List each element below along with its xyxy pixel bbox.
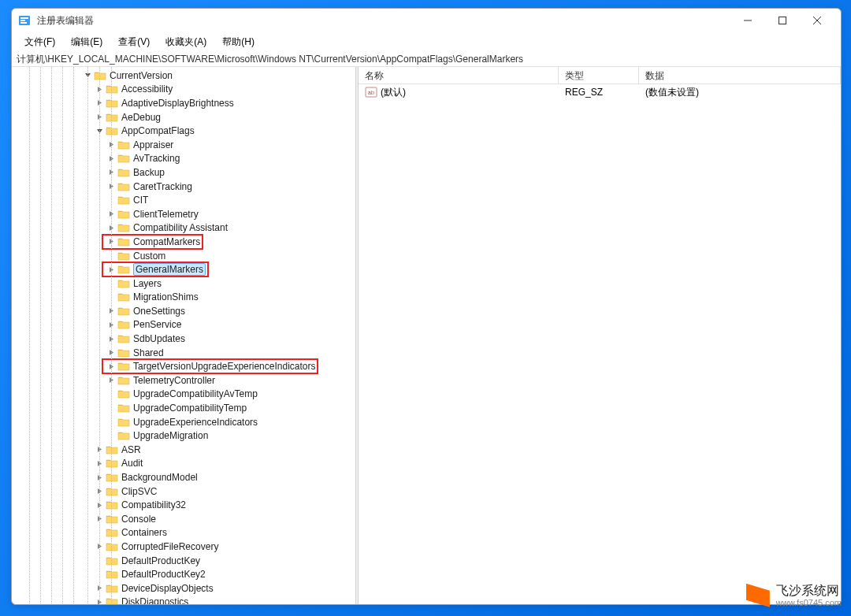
value-row[interactable]: ab(默认)REG_SZ(数值未设置) xyxy=(359,84,841,100)
tree-item-CompatMarkers[interactable]: CompatMarkers xyxy=(12,235,355,249)
main-area: CurrentVersionAccessibilityAdaptiveDispl… xyxy=(12,67,841,604)
expander-icon[interactable] xyxy=(106,210,116,219)
expander-icon[interactable] xyxy=(95,597,104,604)
values-pane[interactable]: 名称 类型 数据 ab(默认)REG_SZ(数值未设置) xyxy=(359,67,841,604)
tree-item-label: UpgradeMigration xyxy=(133,430,208,441)
expander-icon[interactable] xyxy=(95,542,104,551)
expander-icon[interactable] xyxy=(95,458,104,468)
tree-item-Compatibility-Assistant[interactable]: Compatibility Assistant xyxy=(12,221,355,236)
folder-icon xyxy=(117,430,130,441)
tree-item-Accessibility[interactable]: Accessibility xyxy=(12,83,355,97)
tree-item-TelemetryController[interactable]: TelemetryController xyxy=(12,373,355,388)
expander-icon[interactable] xyxy=(95,98,104,108)
expander-icon[interactable] xyxy=(95,473,104,482)
tree-pane[interactable]: CurrentVersionAccessibilityAdaptiveDispl… xyxy=(12,67,355,604)
expander-icon[interactable] xyxy=(95,126,104,135)
tree-item-ClipSVC[interactable]: ClipSVC xyxy=(12,484,355,499)
menu-favorites[interactable]: 收藏夹(A) xyxy=(158,33,214,51)
tree-item-Compatibility32[interactable]: Compatibility32 xyxy=(12,498,355,512)
expander-icon[interactable] xyxy=(106,182,116,191)
menu-edit[interactable]: 编辑(E) xyxy=(63,33,110,51)
tree-item-Appraiser[interactable]: Appraiser xyxy=(12,138,355,152)
tree-item-Audit[interactable]: Audit xyxy=(12,457,355,471)
expander-icon[interactable] xyxy=(106,348,116,358)
tree-item-AppCompatFlags[interactable]: AppCompatFlags xyxy=(12,124,355,138)
expander-icon[interactable] xyxy=(106,320,116,329)
folder-icon xyxy=(117,333,130,344)
svg-text:ab: ab xyxy=(368,90,374,95)
tree-item-BackgroundModel[interactable]: BackgroundModel xyxy=(12,470,355,484)
titlebar[interactable]: 注册表编辑器 xyxy=(12,9,841,32)
values-header: 名称 类型 数据 xyxy=(359,67,841,84)
folder-icon xyxy=(106,583,118,594)
tree-item-GeneralMarkers[interactable]: GeneralMarkers xyxy=(12,262,355,276)
expander-icon[interactable] xyxy=(95,584,104,593)
tree-item-DeviceDisplayObjects[interactable]: DeviceDisplayObjects xyxy=(12,581,355,596)
tree-item-PenService[interactable]: PenService xyxy=(12,318,355,332)
expander-icon[interactable] xyxy=(95,514,104,524)
tree-item-label: Shared xyxy=(133,347,164,358)
tree-item-CIT[interactable]: CIT xyxy=(12,193,355,207)
menu-view[interactable]: 查看(V) xyxy=(110,33,158,51)
tree-item-CurrentVersion[interactable]: CurrentVersion xyxy=(12,69,355,83)
col-header-data[interactable]: 数据 xyxy=(639,67,841,83)
tree-item-AvTracking[interactable]: AvTracking xyxy=(12,152,355,166)
tree-item-AdaptiveDisplayBrightness[interactable]: AdaptiveDisplayBrightness xyxy=(12,96,355,110)
folder-icon xyxy=(117,264,130,275)
tree-item-UpgradeExperienceIndicators[interactable]: UpgradeExperienceIndicators xyxy=(12,415,355,429)
tree-item-Containers[interactable]: Containers xyxy=(12,526,355,540)
tree-item-DefaultProductKey2[interactable]: DefaultProductKey2 xyxy=(12,567,355,581)
expander-icon[interactable] xyxy=(95,500,104,510)
tree-item-Layers[interactable]: Layers xyxy=(12,276,355,291)
tree-item-Shared[interactable]: Shared xyxy=(12,346,355,360)
tree-item-SdbUpdates[interactable]: SdbUpdates xyxy=(12,332,355,346)
minimize-button[interactable] xyxy=(730,9,765,32)
expander-icon[interactable] xyxy=(106,154,116,163)
tree-item-label: DefaultProductKey xyxy=(121,555,200,566)
folder-icon xyxy=(106,541,118,552)
expander-icon[interactable] xyxy=(106,362,116,371)
tree-item-label: ASR xyxy=(121,444,141,455)
tree-item-MigrationShims[interactable]: MigrationShims xyxy=(12,291,355,305)
expander-icon[interactable] xyxy=(106,168,116,177)
tree-item-CorruptedFileRecovery[interactable]: CorruptedFileRecovery xyxy=(12,540,355,554)
tree-item-DefaultProductKey[interactable]: DefaultProductKey xyxy=(12,554,355,568)
expander-icon[interactable] xyxy=(83,71,92,80)
tree-item-UpgradeCompatibilityTemp[interactable]: UpgradeCompatibilityTemp xyxy=(12,401,355,415)
expander-icon[interactable] xyxy=(106,140,116,150)
expander-icon[interactable] xyxy=(95,84,104,94)
address-bar[interactable]: 计算机\HKEY_LOCAL_MACHINE\SOFTWARE\Microsof… xyxy=(12,51,841,67)
col-header-name[interactable]: 名称 xyxy=(359,67,559,83)
tree-item-OneSettings[interactable]: OneSettings xyxy=(12,304,355,318)
menu-file[interactable]: 文件(F) xyxy=(17,33,63,51)
col-header-type[interactable]: 类型 xyxy=(559,67,639,83)
tree-item-label: DeviceDisplayObjects xyxy=(121,583,214,594)
tree-item-AeDebug[interactable]: AeDebug xyxy=(12,110,355,124)
expander-icon[interactable] xyxy=(95,113,104,122)
tree-item-UpgradeCompatibilityAvTemp[interactable]: UpgradeCompatibilityAvTemp xyxy=(12,388,355,402)
tree-item-Console[interactable]: Console xyxy=(12,512,355,526)
menu-help[interactable]: 帮助(H) xyxy=(214,33,262,51)
tree-item-UpgradeMigration[interactable]: UpgradeMigration xyxy=(12,429,355,443)
tree-item-Custom[interactable]: Custom xyxy=(12,249,355,263)
expander-icon[interactable] xyxy=(106,376,116,385)
expander-icon[interactable] xyxy=(106,306,116,316)
svg-rect-1 xyxy=(20,17,28,19)
tree-item-ClientTelemetry[interactable]: ClientTelemetry xyxy=(12,207,355,221)
maximize-button[interactable] xyxy=(765,9,800,32)
tree-item-Backup[interactable]: Backup xyxy=(12,165,355,180)
expander-icon[interactable] xyxy=(106,237,116,247)
expander-icon[interactable] xyxy=(106,223,116,232)
tree-item-CaretTracking[interactable]: CaretTracking xyxy=(12,180,355,194)
expander-icon[interactable] xyxy=(106,334,116,343)
watermark-logo-icon xyxy=(746,584,770,607)
close-button[interactable] xyxy=(800,9,834,32)
expander-icon[interactable] xyxy=(95,445,104,455)
expander-icon[interactable] xyxy=(95,487,104,496)
tree-item-TargetVersionUpgradeExperienceIndicators[interactable]: TargetVersionUpgradeExperienceIndicators xyxy=(12,359,355,373)
folder-icon xyxy=(117,236,130,247)
tree-item-ASR[interactable]: ASR xyxy=(12,443,355,457)
tree-item-DiskDiagnostics[interactable]: DiskDiagnostics xyxy=(12,596,355,604)
expander-icon[interactable] xyxy=(106,265,116,274)
watermark-url: www.fs0745.com xyxy=(776,598,842,608)
